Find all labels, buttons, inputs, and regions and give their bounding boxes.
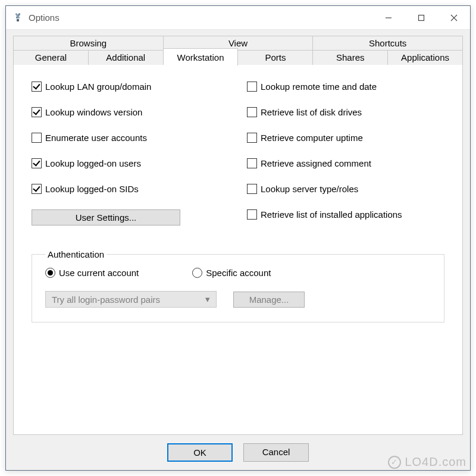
checkbox-icon <box>247 209 257 220</box>
manage-button[interactable]: Manage... <box>233 292 305 308</box>
checkbox-icon <box>32 82 42 92</box>
check-label: Lookup remote time and date <box>261 82 377 92</box>
radio-icon <box>192 268 202 278</box>
check-label: Retrieve computer uptime <box>261 133 363 143</box>
chevron-down-icon: ▾ <box>205 294 210 305</box>
radio-label: Use current account <box>59 268 139 278</box>
close-button[interactable] <box>437 6 470 30</box>
check-lookup-logged-on-sids[interactable]: Lookup logged-on SIDs <box>32 184 229 194</box>
minimize-button[interactable] <box>372 6 405 30</box>
titlebar: Options <box>6 6 470 30</box>
radio-icon <box>45 268 55 278</box>
tab-pane-workstation: Lookup LAN group/domain Lookup windows v… <box>13 65 463 435</box>
window-title: Options <box>29 12 60 23</box>
tab-browsing[interactable]: Browsing <box>13 36 164 51</box>
check-label: Lookup logged-on SIDs <box>45 184 139 194</box>
check-label: Lookup server type/roles <box>261 184 358 194</box>
login-pairs-combo[interactable]: Try all login-password pairs ▾ <box>45 291 217 308</box>
tab-general[interactable]: General <box>13 50 89 65</box>
maximize-button[interactable] <box>405 6 437 30</box>
client-area: Browsing View Shortcuts General Addition… <box>6 30 470 470</box>
check-label: Retrieve list of installed applications <box>261 209 402 220</box>
ok-button[interactable]: OK <box>167 443 233 462</box>
check-label: Retrieve list of disk drives <box>261 107 362 117</box>
app-icon <box>12 12 24 24</box>
check-label: Enumerate user accounts <box>45 133 147 143</box>
checkbox-icon <box>247 184 257 194</box>
tab-shortcuts[interactable]: Shortcuts <box>313 36 463 51</box>
radio-label: Specific account <box>206 268 271 278</box>
tab-control: Browsing View Shortcuts General Addition… <box>13 36 463 65</box>
svg-point-2 <box>17 18 19 21</box>
check-retrieve-installed-apps[interactable]: Retrieve list of installed applications <box>247 209 444 220</box>
check-retrieve-assigned-comment[interactable]: Retrieve assigned comment <box>247 158 444 168</box>
check-lookup-server-type[interactable]: Lookup server type/roles <box>247 184 444 194</box>
watermark-text: LO4D.com <box>405 455 466 469</box>
checkbox-icon <box>247 158 257 168</box>
checkbox-icon <box>247 82 257 92</box>
tab-applications[interactable]: Applications <box>388 50 463 65</box>
tab-row-2: General Additional Workstation Ports Sha… <box>13 50 463 65</box>
check-enumerate-user-accounts[interactable]: Enumerate user accounts <box>32 133 229 143</box>
tab-additional[interactable]: Additional <box>89 50 164 65</box>
right-column: Lookup remote time and date Retrieve lis… <box>247 82 444 226</box>
checkbox-icon <box>32 107 42 117</box>
check-retrieve-disk-drives[interactable]: Retrieve list of disk drives <box>247 107 444 117</box>
check-label: Lookup logged-on users <box>45 158 141 168</box>
checkbox-icon <box>32 184 42 194</box>
check-label: Lookup windows version <box>45 107 142 117</box>
check-lookup-lan-group[interactable]: Lookup LAN group/domain <box>32 82 229 92</box>
checkbox-icon <box>247 107 257 117</box>
svg-rect-4 <box>418 15 424 20</box>
tab-workstation[interactable]: Workstation <box>164 48 239 65</box>
options-window: Options Browsing View Shortcuts General … <box>5 5 471 471</box>
checkbox-icon <box>32 158 42 168</box>
radio-specific-account[interactable]: Specific account <box>192 268 271 278</box>
tab-ports[interactable]: Ports <box>238 50 313 65</box>
check-lookup-windows-version[interactable]: Lookup windows version <box>32 107 229 117</box>
combo-value: Try all login-password pairs <box>52 295 160 305</box>
checkbox-icon <box>32 133 42 143</box>
check-lookup-logged-on-users[interactable]: Lookup logged-on users <box>32 158 229 168</box>
radio-use-current-account[interactable]: Use current account <box>45 268 139 278</box>
check-retrieve-computer-uptime[interactable]: Retrieve computer uptime <box>247 133 444 143</box>
check-circle-icon: ✓ <box>388 456 401 469</box>
tab-shares[interactable]: Shares <box>313 50 388 65</box>
authentication-legend: Authentication <box>45 249 107 259</box>
watermark: ✓ LO4D.com <box>388 455 466 469</box>
cancel-button[interactable]: Cancel <box>243 443 309 462</box>
left-column: Lookup LAN group/domain Lookup windows v… <box>32 82 229 226</box>
authentication-group: Authentication Use current account Speci… <box>32 249 444 322</box>
check-label: Lookup LAN group/domain <box>45 82 151 92</box>
check-label: Retrieve assigned comment <box>261 158 371 168</box>
user-settings-button[interactable]: User Settings... <box>32 209 180 226</box>
check-lookup-remote-time[interactable]: Lookup remote time and date <box>247 82 444 92</box>
checkbox-icon <box>247 133 257 143</box>
